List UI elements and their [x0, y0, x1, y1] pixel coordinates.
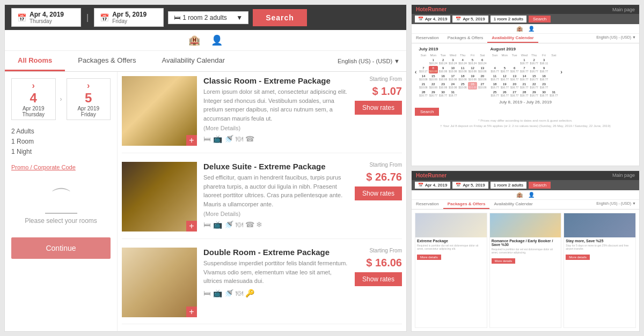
mini-rooms-box-2[interactable]: 1 room 2 adults: [491, 182, 526, 189]
tab-availability-calendar[interactable]: Availability Calendar: [149, 51, 238, 71]
cal-cell[interactable]: 29$16.77: [530, 90, 539, 98]
cal-cell[interactable]: 15$16.77: [530, 74, 539, 81]
cal-cell[interactable]: 28$16.77: [419, 90, 428, 98]
cal-cell[interactable]: 21$16.77: [519, 82, 529, 89]
cal-cell[interactable]: 3$16.11: [539, 58, 548, 65]
cal-cell[interactable]: 20$10.06: [478, 74, 487, 81]
cal-cell[interactable]: 4$10.24: [458, 58, 467, 65]
mini-tab-reservation-2[interactable]: Reservation: [412, 200, 443, 209]
cal-cell[interactable]: 31$16.77: [549, 90, 558, 98]
tab-all-rooms[interactable]: All Rooms: [5, 51, 65, 71]
package-more-btn-3[interactable]: More details: [566, 255, 590, 260]
cal-cell[interactable]: 12$16.77: [500, 74, 509, 81]
more-details-link[interactable]: (More Details): [203, 211, 348, 217]
cal-cell[interactable]: 4$16.77: [490, 66, 499, 73]
mini-checkin-box-2[interactable]: 📅 Apr 4, 2019: [415, 182, 450, 189]
promo-code-link[interactable]: Promo / Corporate Code: [11, 164, 111, 170]
cal-cell[interactable]: 20$16.77: [510, 82, 519, 89]
cal-cell[interactable]: 8$16.77: [530, 66, 539, 73]
cal-cell[interactable]: 5$10.24: [468, 58, 477, 65]
cal-cell[interactable]: 23$16.77: [539, 82, 548, 89]
tab-packages-offers[interactable]: Packages & Offers: [65, 51, 149, 71]
cal-cell[interactable]: 6$10.24: [478, 58, 487, 65]
cal-cell[interactable]: 28$16.77: [519, 90, 529, 98]
mini-search-btn-1[interactable]: Search: [529, 16, 551, 23]
add-room-button[interactable]: +: [186, 135, 197, 146]
cal-cell[interactable]: 7$16.77: [519, 66, 529, 73]
cal-cell[interactable]: 5$16.77: [500, 66, 509, 73]
cal-cell[interactable]: 31$16.77: [448, 90, 457, 98]
add-room-button[interactable]: +: [186, 221, 197, 232]
cal-cell[interactable]: 18$10.06: [458, 74, 467, 81]
mini-tab-packages-active[interactable]: Packages & Offers: [443, 200, 490, 209]
cal-cell[interactable]: 15$10.06: [429, 74, 438, 81]
cal-cell[interactable]: 18$16.77: [490, 82, 499, 89]
show-rates-button[interactable]: Show rates: [355, 101, 402, 115]
search-button[interactable]: Search: [253, 9, 307, 26]
cal-cell[interactable]: 2$10.24: [438, 58, 448, 65]
package-more-btn-1[interactable]: More details: [417, 255, 441, 260]
cal-cell-today[interactable]: 8$10.06: [429, 66, 438, 73]
cal-cell[interactable]: 13$16.77: [510, 74, 519, 81]
show-rates-button[interactable]: Show rates: [355, 272, 402, 286]
checkin-date-box[interactable]: 📅 Apr 4, 2019 Thursday: [11, 8, 81, 27]
cal-cell[interactable]: 14$16.77: [519, 74, 529, 81]
mini-tab-packages[interactable]: Packages & Offers: [443, 34, 488, 43]
cal-cell[interactable]: 26$16.77: [500, 90, 509, 98]
cal-cell[interactable]: 22$16.77: [530, 82, 539, 89]
continue-button[interactable]: Continue: [11, 237, 111, 259]
cal-cell[interactable]: 30$16.77: [539, 90, 548, 98]
cal-cell[interactable]: 29$16.77: [429, 90, 438, 98]
mini-tab-calendar[interactable]: Availability Calendar: [487, 34, 538, 43]
mini-checkout-box[interactable]: 📅 Apr 5, 2019: [452, 16, 488, 23]
cal-cell[interactable]: 12$10.06: [468, 66, 477, 73]
mini-checkout-box-2[interactable]: 📅 Apr 5, 2019: [452, 182, 488, 189]
mini-tab-reservation[interactable]: Reservation: [412, 34, 443, 43]
mini-tab-calendar-2[interactable]: Availability Calendar: [489, 200, 537, 209]
cal-cell[interactable]: 1$10.24: [429, 58, 438, 65]
cal-cell[interactable]: 3$10.24: [448, 58, 457, 65]
cal-cell[interactable]: 17$10.06: [448, 74, 457, 81]
add-room-button[interactable]: +: [186, 307, 197, 317]
prev-month-btn[interactable]: ‹: [415, 69, 416, 75]
next-month-btn[interactable]: ›: [561, 69, 562, 75]
show-rates-button[interactable]: Show rates: [355, 186, 402, 200]
cal-cell[interactable]: 23$10.06: [438, 82, 448, 89]
mini-rooms-box[interactable]: 1 room 2 adults: [491, 16, 526, 23]
mini-lang-2[interactable]: English (US) - (USD) ▼: [593, 200, 639, 209]
cal-cell[interactable]: 27$16.77: [510, 90, 519, 98]
cal-cell[interactable]: 30$16.77: [438, 90, 448, 98]
cal-cell[interactable]: 11$16.77: [490, 74, 499, 81]
main-page-link-2[interactable]: Main page: [612, 173, 635, 178]
calendar-search-button[interactable]: Search: [415, 108, 439, 116]
more-details-link[interactable]: (More Details): [203, 125, 348, 131]
cal-cell[interactable]: 11$10.06: [458, 66, 467, 73]
cal-cell[interactable]: 14$10.06: [419, 74, 428, 81]
mini-checkin-box[interactable]: 📅 Apr 4, 2019: [415, 16, 450, 23]
cal-cell[interactable]: 1$16.77: [519, 58, 529, 65]
cal-cell[interactable]: 10$10.06: [448, 66, 457, 73]
sidebar-checkout-card[interactable]: › 5 Apr 2019 Friday: [67, 78, 111, 120]
cal-cell[interactable]: 16$10.06: [438, 74, 448, 81]
cal-cell-selected[interactable]: 26$10.06: [468, 82, 477, 89]
sidebar-checkin-card[interactable]: › 4 Apr 2019 Thursday: [11, 78, 56, 120]
cal-cell[interactable]: 16$16.77: [539, 74, 548, 81]
cal-cell[interactable]: 2$16.77: [530, 58, 539, 65]
cal-cell[interactable]: 9$10.06: [438, 66, 448, 73]
cal-cell[interactable]: 25$10.06: [458, 82, 467, 89]
cal-cell[interactable]: [419, 58, 428, 65]
cal-cell[interactable]: 25$16.77: [490, 90, 499, 98]
language-selector[interactable]: English (US) - (USD) ▼: [331, 51, 406, 71]
room-guests-selector[interactable]: 🛏 1 room 2 adults ▼: [168, 11, 248, 24]
package-more-btn-2[interactable]: More details: [492, 258, 516, 264]
mini-lang-1[interactable]: English (US) - (USD) ▼: [593, 34, 639, 43]
cal-cell[interactable]: 7$10.17: [419, 66, 428, 73]
checkout-date-box[interactable]: 📅 Apr 5, 2019 Friday: [94, 8, 164, 27]
cal-cell[interactable]: 21$10.06: [419, 82, 428, 89]
cal-cell[interactable]: 24$10.06: [448, 82, 457, 89]
cal-cell[interactable]: 27$10.06: [478, 82, 487, 89]
cal-cell[interactable]: 13$10.06: [478, 66, 487, 73]
cal-cell[interactable]: 22$10.06: [429, 82, 438, 89]
cal-cell[interactable]: 6$16.77: [510, 66, 519, 73]
cal-cell[interactable]: 19$16.77: [500, 82, 509, 89]
